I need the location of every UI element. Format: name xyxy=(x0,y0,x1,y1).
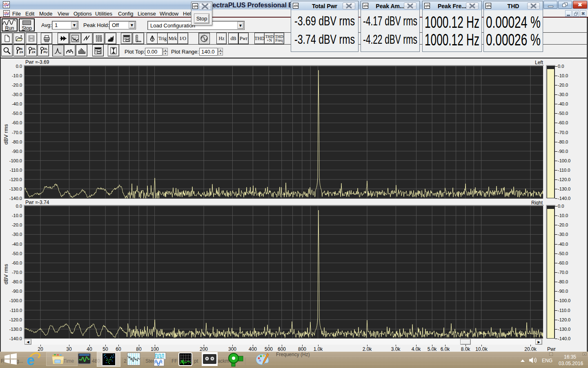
svg-text:1000.12 Hz: 1000.12 Hz xyxy=(425,34,479,48)
svg-text:0.00024 %: 0.00024 % xyxy=(486,16,541,31)
svg-text:-3.69 dBV rms: -3.69 dBV rms xyxy=(294,16,355,28)
svg-text:FULL: FULL xyxy=(44,50,48,54)
svg-text:-4.17 dBV rms: -4.17 dBV rms xyxy=(363,16,417,28)
svg-text:2X: 2X xyxy=(20,50,23,54)
svg-text:0.00026 %: 0.00026 % xyxy=(486,34,541,48)
svg-text:-3.74 dBV rms: -3.74 dBV rms xyxy=(294,34,355,47)
svg-text:2X: 2X xyxy=(32,50,36,54)
svg-text:1000.12 Hz: 1000.12 Hz xyxy=(425,16,479,31)
svg-text:-4.22 dBV rms: -4.22 dBV rms xyxy=(363,34,417,47)
